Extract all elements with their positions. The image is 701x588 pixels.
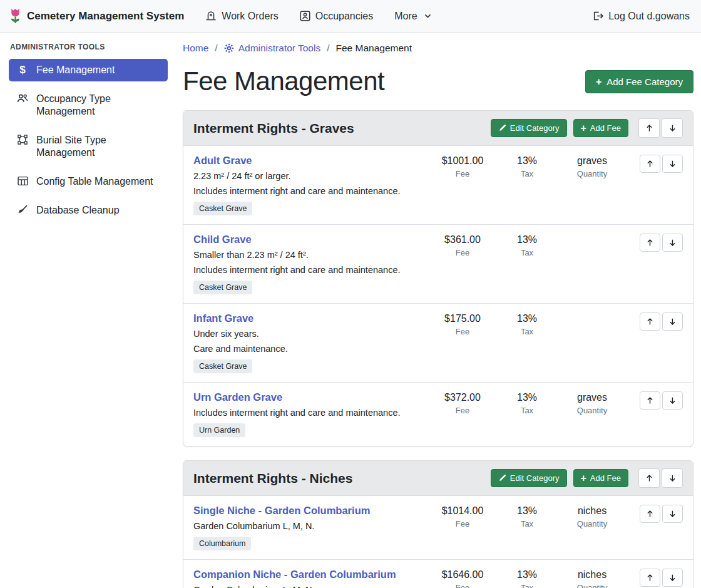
fee-amount: $1646.00	[428, 569, 497, 580]
category-title: Interment Rights - Niches	[193, 471, 491, 486]
sidebar-heading: ADMINISTRATOR TOOLS	[10, 43, 168, 51]
cleanup-brush-icon	[16, 205, 29, 215]
move-category-down-button[interactable]	[662, 468, 683, 488]
fee-description: 2.23 m² / 24 ft² or larger.	[193, 171, 422, 181]
move-fee-down-button[interactable]	[662, 234, 683, 252]
category-reorder-group	[638, 118, 683, 138]
add-fee-category-button[interactable]: + Add Fee Category	[585, 70, 693, 93]
fee-descriptions: Includes interment right and care and ma…	[193, 408, 422, 418]
fee-reorder-group	[640, 234, 683, 252]
category-header: Interment Rights - Niches Edit Category …	[183, 461, 693, 496]
fee-amount: $1014.00	[428, 505, 497, 517]
fee-tax-label: Tax	[497, 583, 557, 588]
move-fee-up-button[interactable]	[640, 391, 660, 410]
plus-icon: +	[581, 474, 586, 482]
page-title: Fee Management	[183, 66, 384, 96]
dollar-icon: $	[16, 64, 29, 76]
edit-category-label: Edit Category	[510, 473, 560, 483]
edit-category-button[interactable]: Edit Category	[491, 119, 567, 137]
fee-amount-column: $1014.00 Fee	[428, 505, 497, 529]
fee-main: Companion Niche - Garden Columbarium Gar…	[193, 569, 428, 588]
fee-main: Child Grave Smaller than 2.23 m² / 24 ft…	[193, 234, 428, 294]
brand-title: Cemetery Management System	[27, 10, 184, 23]
fee-quantity: graves	[557, 392, 627, 403]
sidebar-item-label: Database Cleanup	[36, 204, 120, 217]
fee-description: Includes interment right and care and ma…	[193, 265, 422, 275]
nav-more-label: More	[394, 11, 417, 22]
edit-category-button[interactable]: Edit Category	[491, 469, 567, 487]
chevron-down-icon	[424, 12, 432, 20]
fee-main: Single Niche - Garden Columbarium Garden…	[193, 505, 428, 550]
move-category-up-button[interactable]	[638, 118, 660, 138]
gear-icon	[224, 43, 234, 53]
move-fee-down-button[interactable]	[662, 569, 683, 587]
fee-amount: $372.00	[428, 392, 497, 403]
fee-quantity-column	[557, 312, 627, 316]
move-fee-up-button[interactable]	[640, 155, 660, 173]
fee-name-link[interactable]: Adult Grave	[193, 155, 252, 167]
sidebar-item-database-cleanup[interactable]: Database Cleanup	[9, 199, 168, 222]
move-fee-up-button[interactable]	[640, 234, 660, 252]
add-fee-button[interactable]: + Add Fee	[573, 469, 629, 487]
fee-tax: 13%	[497, 234, 557, 245]
pencil-icon	[498, 124, 506, 132]
fee-quantity-label: Quantity	[557, 406, 627, 415]
category-header: Interment Rights - Graves Edit Category …	[183, 111, 693, 146]
fee-quantity-column: graves Quantity	[557, 155, 627, 178]
add-fee-button[interactable]: + Add Fee	[573, 119, 629, 137]
nav-work-orders[interactable]: Work Orders	[205, 11, 278, 22]
fee-type-badge: Casket Grave	[193, 202, 252, 215]
fee-name-link[interactable]: Urn Garden Grave	[193, 391, 282, 403]
main-content: Home / Administrator Tools / Fee Managem…	[175, 33, 701, 588]
sidebar-item-burial-site-type-management[interactable]: Burial Site Type Management	[9, 129, 168, 164]
move-fee-down-button[interactable]	[662, 155, 683, 173]
fee-quantity: graves	[557, 155, 627, 167]
move-fee-up-button[interactable]	[640, 505, 660, 523]
fee-row: Child Grave Smaller than 2.23 m² / 24 ft…	[183, 224, 693, 303]
fee-quantity-column	[557, 234, 627, 237]
logout-link[interactable]: Log Out d.gowans	[592, 11, 690, 22]
add-fee-label: Add Fee	[590, 123, 621, 133]
fee-description: Smaller than 2.23 m² / 24 ft².	[193, 250, 422, 260]
move-category-down-button[interactable]	[662, 118, 683, 138]
users-icon	[16, 93, 29, 103]
fee-amount: $1001.00	[428, 155, 497, 167]
fee-tax: 13%	[497, 392, 557, 403]
fee-name-link[interactable]: Single Niche - Garden Columbarium	[193, 505, 370, 517]
fee-amount-label: Fee	[428, 583, 497, 588]
fee-amount-column: $1646.00 Fee	[428, 569, 497, 588]
fee-quantity-column: graves Quantity	[557, 391, 627, 415]
breadcrumb-admin-tools[interactable]: Administrator Tools	[224, 43, 321, 54]
fee-descriptions: 2.23 m² / 24 ft² or larger.Includes inte…	[193, 171, 422, 196]
fee-tax: 13%	[497, 155, 557, 167]
nav-occupancies[interactable]: Occupancies	[300, 11, 374, 22]
headstone-icon	[205, 11, 217, 21]
sidebar-item-fee-management[interactable]: $ Fee Management	[9, 59, 168, 81]
fee-main: Adult Grave 2.23 m² / 24 ft² or larger.I…	[193, 155, 428, 215]
move-fee-down-button[interactable]	[662, 391, 683, 410]
breadcrumb-home[interactable]: Home	[183, 43, 208, 54]
fee-main: Infant Grave Under six years.Care and ma…	[193, 312, 428, 373]
sidebar-item-occupancy-type-management[interactable]: Occupancy Type Management	[9, 88, 168, 123]
fee-name-link[interactable]: Infant Grave	[193, 312, 253, 324]
nav-more[interactable]: More	[394, 11, 431, 22]
move-fee-up-button[interactable]	[640, 312, 660, 331]
sidebar-item-label: Burial Site Type Management	[36, 134, 160, 159]
brand-link[interactable]: Cemetery Management System	[9, 8, 184, 24]
fee-name-link[interactable]: Child Grave	[193, 234, 252, 245]
move-fee-down-button[interactable]	[662, 505, 683, 523]
fee-type-badge: Casket Grave	[193, 281, 252, 294]
breadcrumb-current: Fee Management	[336, 43, 412, 54]
move-category-up-button[interactable]	[638, 468, 660, 488]
sidebar-item-label: Fee Management	[36, 64, 115, 76]
move-fee-down-button[interactable]	[662, 312, 683, 331]
sidebar-item-config-table-management[interactable]: Config Table Management	[9, 170, 168, 193]
fee-name-link[interactable]: Companion Niche - Garden Columbarium	[193, 569, 396, 580]
fee-amount-label: Fee	[428, 327, 497, 336]
fee-quantity: niches	[557, 569, 627, 580]
fee-main: Urn Garden Grave Includes interment righ…	[193, 391, 428, 437]
fee-tax-label: Tax	[497, 519, 557, 529]
move-fee-up-button[interactable]	[640, 569, 660, 587]
plus-icon: +	[596, 78, 601, 86]
sidebar-item-label: Occupancy Type Management	[36, 93, 160, 118]
